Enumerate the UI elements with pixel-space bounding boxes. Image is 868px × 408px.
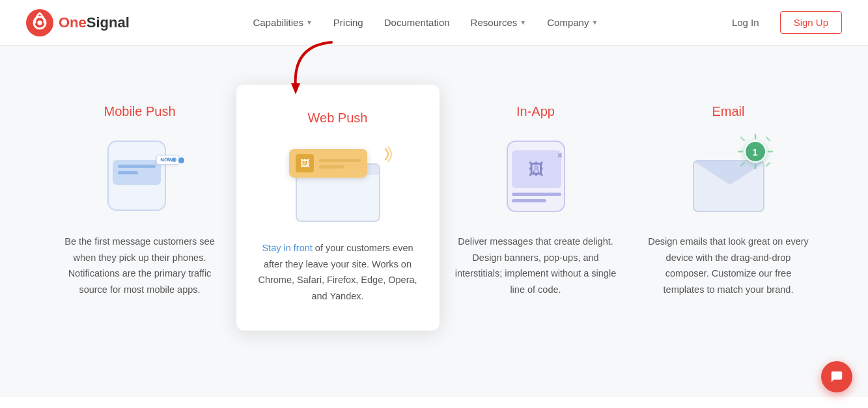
nav-documentation[interactable]: Documentation — [384, 17, 450, 28]
logo-icon — [26, 9, 53, 36]
nav-capabilities[interactable]: Capabilities ▼ — [253, 17, 312, 28]
in-app-illustration: 🖼 ✕ — [500, 137, 572, 215]
ping-dots — [167, 157, 184, 163]
cards-container: Mobile Push NOW! Be the first me — [44, 85, 825, 331]
mobile-push-icon: NOW! — [88, 137, 192, 215]
web-push-description: Stay in front of your customers even aft… — [257, 240, 419, 305]
web-notification: 🖼 — [289, 149, 367, 178]
notif-image: 🖼 — [296, 154, 314, 172]
chevron-down-icon-3: ▼ — [591, 19, 598, 26]
svg-point-2 — [38, 20, 42, 25]
nav-actions: Log In Sign Up — [721, 11, 842, 34]
chat-bubble-button[interactable] — [821, 361, 852, 392]
email-title: Email — [712, 104, 744, 119]
svg-line-10 — [741, 163, 744, 166]
notif-line-2 — [118, 171, 139, 174]
in-app-banner: 🖼 — [512, 150, 561, 188]
svg-marker-3 — [291, 83, 300, 94]
notif-text-lines — [319, 159, 361, 169]
chevron-down-icon: ▼ — [306, 19, 313, 26]
web-push-title: Web Push — [308, 111, 368, 126]
web-notif-line-2 — [319, 165, 344, 169]
in-app-icon: 🖼 ✕ — [484, 137, 588, 215]
signup-button[interactable]: Sign Up — [780, 11, 842, 34]
in-app-line-2 — [512, 199, 546, 202]
nav-company[interactable]: Company ▼ — [547, 17, 598, 28]
mobile-push-description: Be the first message customers see when … — [59, 234, 221, 298]
email-illustration: 1 — [683, 141, 774, 212]
logo-text: OneSignal — [59, 14, 130, 31]
navigation: OneSignal Capabilities ▼ Pricing Documen… — [0, 0, 868, 46]
email-card: Email — [632, 85, 825, 318]
close-icon: ✕ — [557, 152, 563, 160]
main-content: Mobile Push NOW! Be the first me — [0, 46, 868, 397]
email-description: Design emails that look great on every d… — [648, 234, 809, 298]
web-push-card: Web Push 🖼 — [236, 85, 440, 331]
login-button[interactable]: Log In — [721, 12, 770, 33]
logo[interactable]: OneSignal — [26, 9, 130, 36]
email-notification-badge: 1 — [744, 141, 766, 163]
in-app-text-lines — [512, 193, 561, 202]
chevron-down-icon-2: ▼ — [520, 19, 526, 26]
in-app-line-1 — [512, 193, 561, 196]
nav-pricing[interactable]: Pricing — [333, 17, 363, 28]
mobile-push-title: Mobile Push — [104, 104, 175, 119]
red-arrow — [273, 39, 351, 104]
web-push-highlight: Stay in front — [262, 243, 312, 253]
nav-links: Capabilities ▼ Pricing Documentation Res… — [253, 17, 598, 28]
in-app-image-icon: 🖼 — [529, 160, 544, 178]
in-app-description: Deliver messages that create delight. De… — [455, 234, 617, 298]
in-app-card: In-App 🖼 ✕ Deliver messages that create … — [440, 85, 632, 318]
phone-notification — [113, 160, 161, 185]
phone-illustration: NOW! — [107, 141, 173, 212]
svg-line-11 — [766, 163, 770, 166]
in-app-title: In-App — [516, 104, 555, 119]
notification-ping — [374, 146, 393, 166]
svg-line-8 — [741, 137, 744, 141]
notif-line-1 — [118, 165, 156, 168]
web-push-icon: 🖼 — [286, 144, 390, 222]
svg-line-9 — [766, 137, 770, 141]
web-notif-line-1 — [319, 159, 361, 162]
nav-resources[interactable]: Resources ▼ — [471, 17, 527, 28]
email-icon: 1 — [677, 137, 781, 215]
web-push-illustration: 🖼 — [289, 144, 387, 222]
chat-icon — [830, 370, 844, 384]
mobile-push-card: Mobile Push NOW! Be the first me — [44, 85, 236, 318]
